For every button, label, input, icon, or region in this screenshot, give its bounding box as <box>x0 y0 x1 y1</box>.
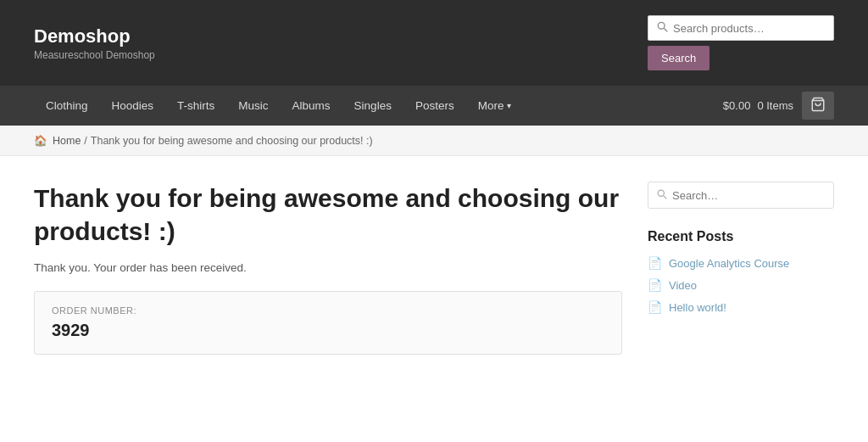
nav-item-tshirts[interactable]: T-shirts <box>165 86 226 126</box>
svg-line-1 <box>664 28 667 31</box>
site-header: Demoshop Measureschool Demoshop Search <box>0 0 868 86</box>
header-search-wrapper: Search <box>648 15 834 70</box>
post-icon: 📄 <box>648 278 662 292</box>
nav-item-albums[interactable]: Albums <box>281 86 342 126</box>
sidebar-search-input[interactable] <box>672 189 825 202</box>
sidebar-search-box <box>648 182 834 209</box>
breadcrumb: 🏠 Home / Thank you for being awesome and… <box>0 126 868 156</box>
list-item: 📄 Hello world! <box>648 300 834 314</box>
sidebar-search-icon <box>657 188 667 202</box>
cart-icon[interactable] <box>802 92 834 120</box>
nav-item-clothing[interactable]: Clothing <box>34 86 100 126</box>
nav-item-posters[interactable]: Posters <box>403 86 466 126</box>
breadcrumb-separator: / <box>84 135 86 147</box>
post-icon: 📄 <box>648 300 662 314</box>
chevron-down-icon: ▾ <box>507 101 511 110</box>
search-icon <box>657 21 668 35</box>
search-input[interactable] <box>673 22 825 35</box>
page-title: Thank you for being awesome and choosing… <box>34 182 622 248</box>
post-link-analytics[interactable]: Google Analytics Course <box>669 257 789 270</box>
search-button[interactable]: Search <box>648 46 709 70</box>
nav-item-more[interactable]: More ▾ <box>466 86 524 126</box>
breadcrumb-home-link[interactable]: Home <box>53 135 81 147</box>
list-item: 📄 Video <box>648 278 834 292</box>
thank-you-text: Thank you. Your order has been received. <box>34 261 622 274</box>
nav-item-hoodies[interactable]: Hoodies <box>100 86 166 126</box>
svg-point-3 <box>658 190 664 196</box>
order-box: ORDER NUMBER: 3929 <box>34 291 622 355</box>
post-link-hello[interactable]: Hello world! <box>669 301 726 314</box>
list-item: 📄 Google Analytics Course <box>648 256 834 270</box>
sidebar: Recent Posts 📄 Google Analytics Course 📄… <box>648 182 834 355</box>
main-nav: Clothing Hoodies T-shirts Music Albums S… <box>0 86 868 126</box>
content-area: Thank you for being awesome and choosing… <box>34 182 622 355</box>
recent-posts-title: Recent Posts <box>648 229 834 244</box>
nav-items: Clothing Hoodies T-shirts Music Albums S… <box>34 86 523 126</box>
svg-point-0 <box>658 22 665 29</box>
main-content: Thank you for being awesome and choosing… <box>0 156 868 380</box>
site-title: Demoshop <box>34 25 155 48</box>
recent-posts-list: 📄 Google Analytics Course 📄 Video 📄 Hell… <box>648 256 834 314</box>
nav-cart-area: $0.00 0 Items <box>723 92 834 120</box>
order-number-value: 3929 <box>52 321 604 340</box>
brand: Demoshop Measureschool Demoshop <box>34 25 155 61</box>
svg-line-4 <box>664 196 667 199</box>
cart-amount: $0.00 <box>723 99 751 112</box>
order-number-label: ORDER NUMBER: <box>52 305 604 316</box>
cart-items-label: 0 Items <box>757 99 793 112</box>
post-link-video[interactable]: Video <box>669 279 697 292</box>
site-subtitle: Measureschool Demoshop <box>34 49 155 61</box>
post-icon: 📄 <box>648 256 662 270</box>
search-box <box>648 15 834 41</box>
home-icon: 🏠 <box>34 134 47 147</box>
nav-item-singles[interactable]: Singles <box>342 86 403 126</box>
nav-item-music[interactable]: Music <box>226 86 280 126</box>
breadcrumb-current: Thank you for being awesome and choosing… <box>91 135 373 147</box>
cart-info: $0.00 0 Items <box>723 99 793 112</box>
